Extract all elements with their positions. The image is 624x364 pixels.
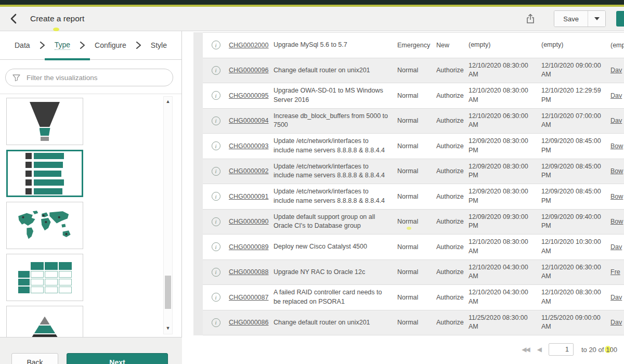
priority: Normal: [397, 167, 436, 175]
priority: Normal: [397, 117, 436, 124]
planned-end-date: 12/10/2020 12:29:59 PM: [541, 86, 610, 105]
share-button[interactable]: [523, 13, 538, 24]
table-row: i CHG0000090 Update default support grou…: [203, 209, 624, 235]
planned-end-date: 12/10/2020 08:30:00 AM: [541, 288, 610, 306]
assigned-to-link[interactable]: Dav: [610, 243, 624, 251]
table-row: i CHG0000093 Update /etc/network/interfa…: [203, 133, 624, 159]
wizard-steps: Data Type Configure Style: [0, 31, 181, 60]
info-icon[interactable]: i: [212, 167, 220, 176]
record-number-link[interactable]: CHG0000093: [229, 142, 274, 150]
info-icon[interactable]: i: [212, 91, 220, 100]
record-number-link[interactable]: CHG0000094: [229, 117, 274, 124]
planned-end-date: 12/09/2020 09:40:00 PM: [541, 213, 610, 231]
table-row: i CHG0000086 Change default router on un…: [203, 310, 624, 335]
brand-strip: [0, 0, 624, 5]
viz-funnel-thumbnail[interactable]: [6, 98, 83, 145]
priority: Emergency: [397, 42, 436, 49]
assigned-to-link[interactable]: Bow: [610, 218, 624, 225]
step-type[interactable]: Type: [55, 41, 70, 50]
record-number-link[interactable]: CHG0000095: [229, 92, 274, 99]
short-description: Change default router on unix201: [274, 66, 397, 75]
chevron-right-icon: [80, 42, 85, 49]
state: Authorize: [436, 67, 469, 74]
report-type-panel: Data Type Configure Style: [0, 31, 182, 364]
info-icon[interactable]: i: [212, 66, 220, 75]
pagination-range-label: to 20 of: [581, 346, 604, 354]
record-number-link[interactable]: CHG0000086: [229, 319, 274, 326]
assigned-to: (empty): [610, 42, 624, 49]
info-icon[interactable]: i: [212, 293, 220, 302]
planned-end-date: 12/10/2020 09:00:00 AM: [541, 61, 610, 80]
short-description: Increase db_block_buffers from 5000 to 7…: [274, 112, 397, 130]
step-style[interactable]: Style: [151, 41, 167, 49]
viz-map-thumbnail[interactable]: [6, 202, 83, 249]
table-row: i CHG0002000 Upgrade MySql 5.6 to 5.7 Em…: [203, 32, 624, 58]
record-number-link[interactable]: CHG0000088: [229, 268, 274, 276]
planned-start-date: 12/10/2020 04:30:00 AM: [469, 263, 541, 281]
viz-pyramid-thumbnail[interactable]: [6, 306, 83, 337]
record-number-link[interactable]: CHG0000090: [229, 218, 274, 225]
assigned-to-link[interactable]: Bow: [610, 167, 624, 175]
planned-start-date: 11/25/2020 08:30:00 AM: [469, 314, 541, 332]
assigned-to-link[interactable]: Bow: [610, 142, 624, 150]
scrollbar-thumb[interactable]: [165, 276, 171, 309]
first-page-button[interactable]: ◀◀: [522, 346, 529, 353]
records-table: i CHG0002000 Upgrade MySql 5.6 to 5.7 Em…: [203, 32, 624, 335]
table-row: i CHG0000095 Upgrade OWA-SD-01 to MS Win…: [203, 83, 624, 108]
scroll-up-icon[interactable]: ▲: [164, 98, 172, 105]
save-dropdown-button[interactable]: [588, 11, 605, 27]
panel-scrollbar[interactable]: ▲ ▼: [163, 96, 173, 334]
step-configure[interactable]: Configure: [95, 41, 126, 49]
header-actions: Save: [523, 10, 624, 27]
previous-page-button[interactable]: ◀: [537, 346, 541, 353]
info-icon[interactable]: i: [212, 192, 220, 201]
record-number-link[interactable]: CHG0002000: [229, 42, 274, 49]
info-icon[interactable]: i: [212, 41, 220, 49]
short-description: Change default router on unix201: [274, 318, 397, 328]
viz-list-thumbnail-selected[interactable]: [6, 150, 83, 197]
filter-input[interactable]: [25, 73, 166, 82]
record-number-link[interactable]: CHG0000087: [229, 294, 274, 301]
state: Authorize: [436, 268, 469, 276]
short-description: Upgrade MySql 5.6 to 5.7: [274, 41, 397, 50]
left-arrow-icon: ◀: [537, 346, 541, 353]
info-icon[interactable]: i: [212, 141, 220, 150]
back-button[interactable]: Back: [11, 353, 58, 364]
next-button[interactable]: Next: [67, 353, 168, 364]
info-icon[interactable]: i: [212, 217, 220, 226]
assigned-to-link[interactable]: Dav: [610, 92, 624, 99]
record-number-link[interactable]: CHG0000092: [229, 167, 274, 175]
record-number-link[interactable]: CHG0000089: [229, 243, 274, 251]
assigned-to-link[interactable]: Dav: [610, 117, 624, 124]
chevron-right-icon: [136, 42, 141, 49]
assigned-to-link[interactable]: Fre: [610, 268, 624, 276]
world-map-icon: [14, 210, 75, 241]
state: Authorize: [436, 167, 469, 175]
record-number-link[interactable]: CHG0000096: [229, 67, 274, 74]
page-number-input[interactable]: [549, 343, 574, 356]
record-number-link[interactable]: CHG0000091: [229, 193, 274, 200]
info-icon[interactable]: i: [212, 318, 220, 327]
viz-heatmap-thumbnail[interactable]: [6, 254, 83, 301]
save-button[interactable]: Save: [554, 11, 588, 27]
short-description: Update /etc/network/interfaces to includ…: [274, 187, 397, 205]
planned-end-date: 12/09/2020 08:45:00 PM: [541, 137, 610, 155]
panel-footer: Back Next: [0, 337, 182, 364]
assigned-to-link[interactable]: Dav: [610, 294, 624, 301]
back-arrow-button[interactable]: [8, 12, 19, 25]
assigned-to-link[interactable]: Dav: [610, 67, 624, 74]
step-data[interactable]: Data: [15, 41, 30, 49]
info-icon[interactable]: i: [212, 116, 220, 125]
priority: Normal: [397, 294, 436, 301]
pagination-bar: ◀◀ ◀ to 20 of 100: [182, 340, 624, 359]
scroll-down-icon[interactable]: ▼: [164, 324, 172, 332]
table-row: i CHG0000092 Update /etc/network/interfa…: [203, 159, 624, 184]
record-preview: i CHG0002000 Upgrade MySql 5.6 to 5.7 Em…: [182, 31, 624, 364]
assigned-to-link[interactable]: Bow: [610, 193, 624, 200]
assigned-to-link[interactable]: Dav: [610, 319, 624, 326]
visualization-list: ▲ ▼: [0, 94, 181, 337]
info-icon[interactable]: i: [212, 268, 220, 277]
priority: Normal: [397, 319, 436, 326]
partial-primary-button[interactable]: [616, 11, 624, 27]
info-icon[interactable]: i: [212, 242, 220, 251]
